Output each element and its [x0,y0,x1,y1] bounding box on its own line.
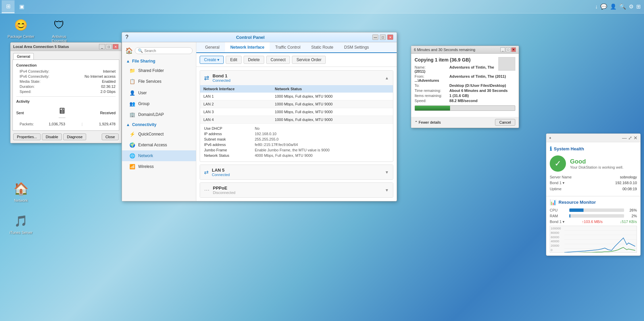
desktop-icon-network[interactable]: 🏠 Network [7,181,34,203]
ni-lan5-info: LAN 5 Connected [212,168,230,177]
copy-progress-fill [415,106,450,110]
tab-static-route[interactable]: Static Route [306,42,339,53]
cp-minimize-btn[interactable]: — [372,34,378,40]
rm-chart-label-20k: 20000 [551,244,561,247]
system-panel-restore-btn[interactable]: ⤢ [628,135,632,141]
system-panel-add-btn[interactable]: + [549,136,551,140]
sidebar-item-domain[interactable]: 🏢 Domain/LDAP [122,109,196,120]
lan-minimize-btn[interactable]: _ [99,44,105,49]
lan-close-btn[interactable]: ✕ [113,44,119,49]
cp-search-box[interactable]: 🔍 [135,47,193,54]
itunes-icon: 🎵 [13,213,29,229]
ni-detail-jumbo: Jumbo Frame Enable Jumbo Frame, the MTU … [204,148,389,152]
sidebar-item-network[interactable]: 🌐 Network [122,150,196,161]
service-order-button[interactable]: Service Order [292,56,326,64]
rm-chart-icon: 📊 [550,199,556,205]
desktop-icon-itunes[interactable]: 🎵 iTunes Server [7,213,34,235]
ni-bond-icon: ⇄ [204,74,209,82]
taskbar-download-icon[interactable]: ↓ [595,4,598,10]
external-access-icon: 🌍 [129,142,135,148]
ni-detail-ipv6: IPv6 address fe80::215:17ff:fec9:b0a/64 [204,143,389,147]
sh-bond1-label[interactable]: Bond 1 ▾ [550,181,565,185]
ni-pppoe-name: PPPoE [213,186,236,191]
system-panel-close-btn[interactable]: ✕ [634,135,638,141]
lan-ipv4-row: IPv4 Connectivity: Internet [16,69,116,73]
tab-general[interactable]: General [200,42,225,53]
ni-lan5-expand-icon: ▼ [385,170,389,175]
rm-chart-label-60k: 60000 [551,236,561,239]
lan-activity-section: Activity [16,99,116,103]
lan-titlebar: Local Area Connection 5 Status _ □ ✕ [10,43,121,51]
create-button[interactable]: Create ▾ [200,56,224,64]
copy-minimize-btn[interactable]: _ [500,47,505,52]
ni-lan5-header[interactable]: ⇄ LAN 5 Connected ▼ [200,165,393,179]
taskbar-apps-btn[interactable]: ⊞ [2,0,15,13]
cp-maximize-btn[interactable]: □ [380,34,386,40]
desktop-icon-package-center[interactable]: 😊 Package Center [7,17,34,39]
antivirus-icon: 🛡 [51,17,67,33]
resource-monitor-section: 📊 Resource Monitor CPU 26% RAM 2% Bond 1… [546,196,640,255]
sidebar-item-wireless[interactable]: 📶 Wireless [122,161,196,172]
cp-content: ⇄ Bond 1 Connected ▲ Network Interf [196,67,397,201]
cp-nav-group-connectivity[interactable]: ▲ Connectivity [122,121,196,129]
user-icon: 👤 [129,90,135,96]
rm-cpu-pct: 26% [627,208,637,212]
taskbar-grid-icon[interactable]: ⊞ [636,3,641,10]
sidebar-item-file-services[interactable]: 📋 File Services [122,76,196,87]
cp-title: Control Panel [128,35,372,40]
lan-diagnose-btn[interactable]: Diagnose [63,133,86,140]
sh-server-name-row: Server Name sobnology [550,175,637,179]
sidebar-item-group[interactable]: 👥 Group [122,98,196,109]
ni-bond1-section: ⇄ Bond 1 Connected ▲ Network Interf [200,70,393,162]
fewer-details-btn[interactable]: ⌃ Fewer details [415,120,441,125]
lan-disable-btn[interactable]: Disable [42,133,62,140]
sidebar-item-user[interactable]: 👤 User [122,88,196,98]
cp-search-input[interactable] [144,49,190,53]
ni-bond1-header[interactable]: ⇄ Bond 1 Connected ▲ [200,71,393,85]
connect-button[interactable]: Connect [266,56,290,64]
ni-pppoe-header[interactable]: ⋯ PPPoE Disconnected ▼ [200,183,393,197]
desktop-icon-antivirus[interactable]: 🛡 Antivirus Essential [46,17,73,43]
cp-nav-group-file-sharing[interactable]: ▲ File Sharing [122,57,196,65]
system-panel-min-btn[interactable]: — [622,135,627,141]
taskbar-settings-icon[interactable]: ⚙ [629,3,634,10]
sidebar-item-quickconnect[interactable]: ⚡ QuickConnect [122,129,196,140]
ni-lan5-section: ⇄ LAN 5 Connected ▼ [200,165,393,180]
copy-detail-time: Time remaining: About 6 Minutes and 30 S… [415,89,515,93]
copy-maximize-btn[interactable]: □ [506,47,511,52]
tab-dsm-settings[interactable]: DSM Settings [339,42,374,53]
table-row: LAN 3 1000 Mbps, Full duplex, MTU 9000 [200,108,393,116]
taskbar-chat-icon[interactable]: 💬 [600,3,607,10]
lan-speed-row: Speed: 2.0 Gbps [16,90,116,94]
copy-detail-speed: Speed: 88.2 MB/second [415,99,515,103]
cp-home-btn[interactable]: 🏠 [125,47,133,54]
rm-network-label[interactable]: Bond 1 ▾ [550,220,565,224]
tab-traffic-control[interactable]: Traffic Control [270,42,306,53]
domain-icon: 🏢 [129,111,135,118]
lan-tab-general[interactable]: General [13,53,34,59]
sidebar-item-external-access[interactable]: 🌍 External Access [122,140,196,150]
edit-button[interactable]: Edit [226,56,242,64]
ni-bond1-lan-table: Network Interface Network Status LAN 1 1… [200,85,393,124]
lan-connection-section: Connection [16,63,116,67]
lan-close-main-btn[interactable]: Close [102,133,119,140]
quickconnect-label: QuickConnect [138,132,164,137]
tab-network-interface[interactable]: Network Interface [225,42,270,53]
cp-close-btn[interactable]: ✕ [387,34,393,40]
itunes-label: iTunes Server [9,230,32,235]
copy-close-btn[interactable]: ✕ [511,47,516,52]
taskbar-window-btn[interactable]: ▣ [15,0,28,13]
lan-maximize-btn[interactable]: □ [106,44,112,49]
lan-content: Connection IPv4 Connectivity: Internet I… [13,59,119,131]
sidebar-item-shared-folder[interactable]: 📁 Shared Folder [122,65,196,76]
control-panel-window: ? Control Panel — □ ✕ 🏠 🔍 ▲ File Sharing [122,32,397,201]
lan-properties-btn[interactable]: Properties... [13,133,41,140]
copy-cancel-btn[interactable]: Cancel [495,119,515,126]
delete-button[interactable]: Delete [244,56,264,64]
cp-connectivity-label: Connectivity [132,122,156,127]
taskbar-search-icon[interactable]: 🔍 [619,3,626,10]
cp-tabs: General Network Interface Traffic Contro… [196,42,397,53]
ni-lan5-icon: ⇄ [204,169,208,175]
taskbar-user-icon[interactable]: 👤 [610,3,617,10]
ni-lan5-status: Connected [212,173,230,177]
